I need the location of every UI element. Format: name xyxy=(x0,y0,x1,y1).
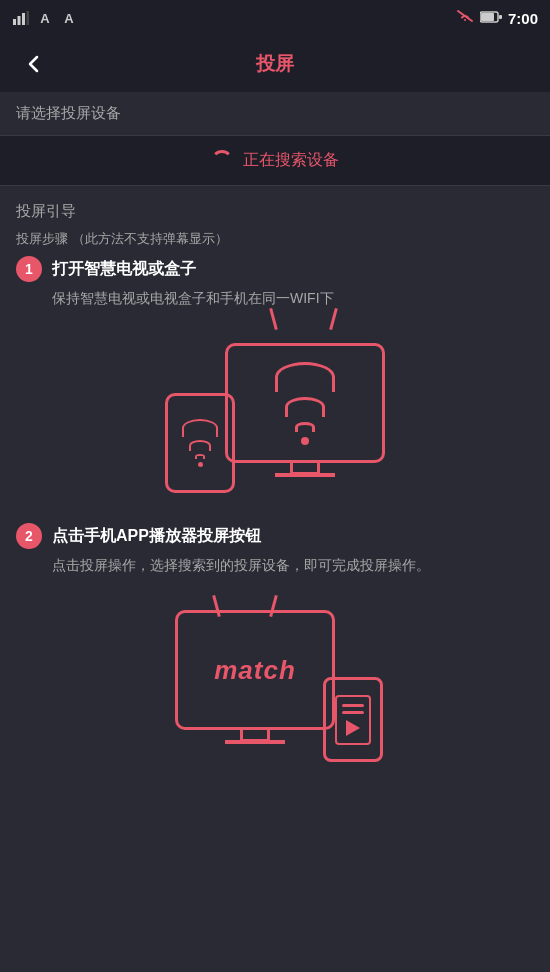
tv-antenna-left xyxy=(269,308,278,330)
phone-wifi-arc-1 xyxy=(182,419,218,437)
subtitle-bar: 请选择投屏设备 xyxy=(0,92,550,136)
illus2: match xyxy=(165,590,385,770)
phone2-icon-line-2 xyxy=(342,711,364,714)
svg-rect-7 xyxy=(499,15,502,19)
step-1-title: 打开智慧电视或盒子 xyxy=(52,259,196,280)
step-1-number: 1 xyxy=(16,256,42,282)
status-time: 7:00 xyxy=(508,10,538,27)
status-bar: A A 7:00 xyxy=(0,0,550,36)
battery-icon xyxy=(480,9,502,27)
steps-title-note: （此方法不支持弹幕显示） xyxy=(72,231,228,246)
phone-wifi-dot xyxy=(198,462,203,467)
tv2-base xyxy=(225,740,285,744)
tv-wifi-icon xyxy=(275,362,335,445)
search-bar: 正在搜索设备 xyxy=(0,136,550,186)
steps-container: 投屏步骤 （此方法不支持弹幕显示） 1 打开智慧电视或盒子 保持智慧电视或电视盒… xyxy=(0,229,550,972)
match-brand-text: match xyxy=(214,655,296,686)
steps-title-main: 投屏步骤 xyxy=(16,231,68,246)
step-1-header: 1 打开智慧电视或盒子 xyxy=(16,256,534,282)
wifi-arc-1 xyxy=(275,362,335,392)
step-2-desc: 点击投屏操作，选择搜索到的投屏设备，即可完成投屏操作。 xyxy=(16,555,534,576)
step-1-illustration xyxy=(16,323,534,503)
wifi-icon xyxy=(456,9,474,27)
wifi-dot xyxy=(301,437,309,445)
step-1-desc: 保持智慧电视或电视盒子和手机在同一WIFI下 xyxy=(16,288,534,309)
status-right-icons: 7:00 xyxy=(456,9,538,27)
phone-body xyxy=(165,393,235,493)
phone2-body xyxy=(323,677,383,762)
page-title: 投屏 xyxy=(256,51,294,77)
tv2-body: match xyxy=(175,610,335,730)
svg-rect-1 xyxy=(18,16,21,25)
guide-label: 投屏引导 xyxy=(16,202,76,219)
loading-spinner xyxy=(211,150,233,172)
tv-antenna-right xyxy=(329,308,338,330)
guide-header: 投屏引导 xyxy=(0,186,550,229)
svg-rect-6 xyxy=(481,13,494,21)
phone2-icon-play xyxy=(346,720,360,736)
step-1: 1 打开智慧电视或盒子 保持智慧电视或电视盒子和手机在同一WIFI下 xyxy=(16,256,534,503)
phone2-screen xyxy=(335,695,371,745)
wifi-arc-2 xyxy=(285,397,325,417)
steps-title: 投屏步骤 （此方法不支持弹幕显示） xyxy=(16,229,534,248)
phone-wifi-arc-3 xyxy=(195,454,205,459)
illus1 xyxy=(165,323,385,503)
svg-rect-0 xyxy=(13,19,16,25)
search-text: 正在搜索设备 xyxy=(243,150,339,171)
status-left-icons: A A xyxy=(12,9,78,27)
phone-wifi-icon xyxy=(182,419,218,467)
settings-icon: A xyxy=(60,9,78,27)
step-2-header: 2 点击手机APP播放器投屏按钮 xyxy=(16,523,534,549)
svg-rect-3 xyxy=(27,11,30,25)
tv-body xyxy=(225,343,385,463)
phone-wifi-arc-2 xyxy=(189,440,211,451)
step-2-title: 点击手机APP播放器投屏按钮 xyxy=(52,526,261,547)
header: 投屏 xyxy=(0,36,550,92)
tv-base xyxy=(275,473,335,477)
signal-icon xyxy=(12,9,30,27)
wifi-arc-3 xyxy=(295,422,315,432)
back-button[interactable] xyxy=(16,46,52,82)
step-2-number: 2 xyxy=(16,523,42,549)
subtitle-text: 请选择投屏设备 xyxy=(16,104,121,121)
a-icon: A xyxy=(36,9,54,27)
svg-rect-2 xyxy=(22,13,25,25)
phone2-icon-line-1 xyxy=(342,704,364,707)
step-2-illustration: match xyxy=(16,590,534,770)
step-2: 2 点击手机APP播放器投屏按钮 点击投屏操作，选择搜索到的投屏设备，即可完成投… xyxy=(16,523,534,770)
